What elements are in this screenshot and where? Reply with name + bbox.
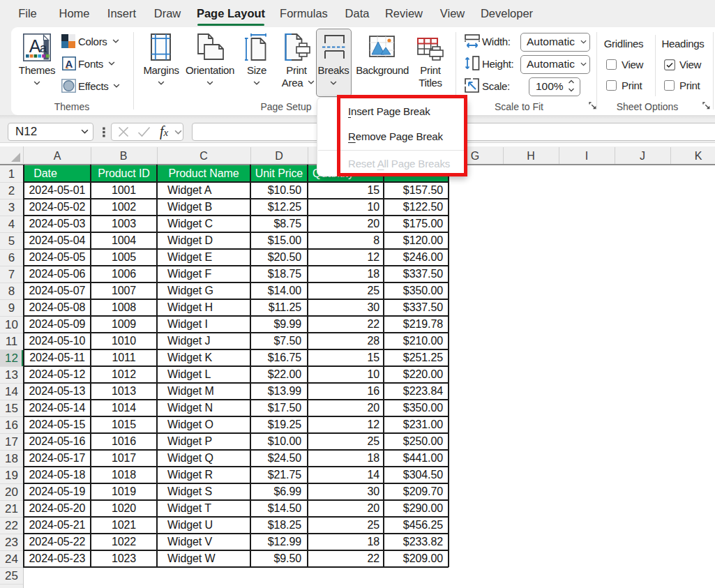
svg-text:a: a — [40, 41, 47, 55]
